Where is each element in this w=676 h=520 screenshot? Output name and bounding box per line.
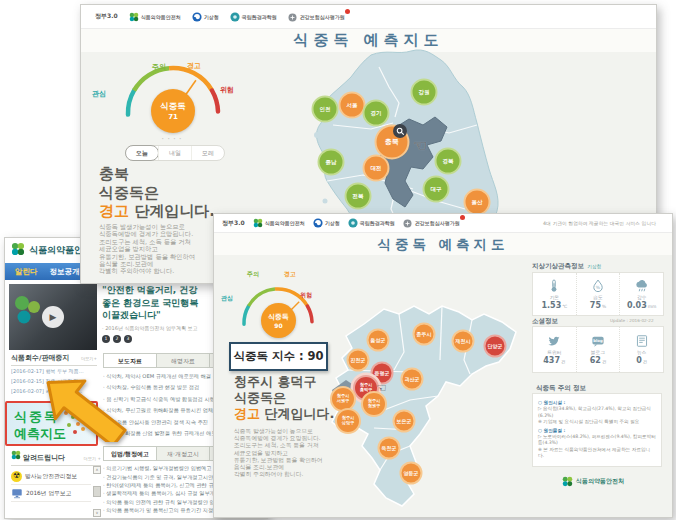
svg-text:blog: blog: [593, 338, 603, 343]
index-callout-box: 식중독 지수 : 90: [229, 342, 328, 371]
stat-twitter[interactable]: 트위터437건: [533, 327, 576, 372]
region-marker[interactable]: 제천시: [452, 330, 475, 353]
footer-brand: 식품의약품안전처: [562, 476, 624, 487]
gauge-value: 71: [168, 113, 178, 121]
mfds-logo: [562, 476, 573, 487]
scroll-down-icon[interactable]: ∨: [93, 509, 101, 517]
clover-icon: [11, 450, 21, 460]
stat-value: 62건: [590, 356, 607, 365]
stat-label: 강수: [637, 294, 647, 300]
video-thumbnail[interactable]: ▶: [9, 284, 97, 350]
region-marker[interactable]: 경기: [363, 100, 390, 127]
region-marker[interactable]: 영동군: [400, 462, 423, 485]
mfds-symbol-graphic: [13, 294, 43, 328]
footer-brand-label: 식품의약품안전처: [576, 477, 624, 486]
social-box: 트위터437건blog블로그62건뉴스0건: [532, 326, 664, 373]
stat-label: 뉴스: [637, 349, 647, 355]
notice-list-item[interactable]: 2016년 업무보고: [11, 485, 91, 502]
legis-tab-2[interactable]: 재·개정고시: [157, 446, 210, 461]
recall-more-link[interactable]: 더보기+: [81, 356, 97, 361]
region-marker[interactable]: 단양군: [484, 335, 507, 358]
press-tab-2[interactable]: 해명자료: [157, 353, 210, 368]
magnifier-icon: [396, 127, 405, 136]
stat-unit: 건: [602, 359, 606, 364]
region-marker[interactable]: 음성군: [367, 329, 390, 352]
stat-unit: 건: [643, 359, 647, 364]
region-marker[interactable]: 강원: [411, 79, 438, 106]
pager-dot[interactable]: 3: [124, 335, 132, 343]
gauge-value-bubble: 식중독 90: [261, 303, 296, 338]
region-marker[interactable]: 보은군: [393, 410, 416, 433]
notice-item-label: 방사능안전관리정보: [25, 472, 77, 481]
recall-title: 식품회수/판매중지: [11, 353, 70, 363]
region-marker[interactable]: 대전: [363, 155, 390, 182]
region-marker[interactable]: 옥천군: [378, 437, 401, 460]
region-marker[interactable]: 대구: [423, 176, 450, 203]
news-icon: [635, 334, 649, 348]
region-marker[interactable]: 충주시: [413, 323, 436, 346]
nav-item-1[interactable]: 알린다: [15, 267, 38, 277]
stat-rain[interactable]: 강수0.03mm: [619, 273, 663, 315]
stat-value: 1.53℃: [541, 301, 567, 310]
stat-unit: 건: [561, 359, 565, 364]
mfds-logo[interactable]: [11, 241, 25, 260]
stat-label: 기온: [550, 294, 560, 300]
press-tab-1[interactable]: 보도자료: [103, 353, 157, 368]
pager-dot[interactable]: 2: [113, 335, 121, 343]
notice-item-label: 2016년 업무보고: [26, 489, 72, 498]
caution-line: ※ 본 자료는 식품의약품안전처에서 제공하는 자료입니다.: [538, 447, 656, 460]
gauge-value-bubble: 식중독 71: [151, 89, 195, 133]
region-marker[interactable]: 울산: [464, 189, 491, 216]
weather-section-title: 지상기상관측정보기상청: [532, 262, 601, 271]
stat-value: 0건: [636, 356, 647, 365]
caution-line: ※ 기업체 및 요식시설 집단급식 특별히 주의 필요: [538, 419, 656, 425]
stat-value: 437건: [543, 356, 565, 365]
region-marker[interactable]: 전북: [345, 183, 372, 210]
gauge-center-label: 식중독: [160, 101, 186, 113]
stat-news[interactable]: 뉴스0건: [619, 327, 663, 372]
region-marker[interactable]: 진천군: [347, 349, 370, 372]
legis-tab-1[interactable]: 입법/행정예고: [103, 446, 157, 461]
scrollbar[interactable]: ∧ ∨: [93, 466, 101, 517]
stat-humidity[interactable]: %습도75%: [576, 273, 620, 315]
highlight-arrow: [38, 370, 138, 442]
play-icon[interactable]: ▶: [42, 306, 64, 328]
gauge-value: 90: [274, 322, 282, 329]
region-marker[interactable]: 서울: [339, 92, 366, 119]
notice-title: 알려드립니다: [23, 453, 65, 463]
region-marker[interactable]: 충남: [318, 149, 345, 176]
humidity-icon: %: [591, 279, 605, 293]
stat-label: 블로그: [591, 349, 605, 355]
scroll-up-icon[interactable]: ∧: [93, 466, 101, 474]
social-update-label: Update : 2016-02-22: [610, 318, 654, 323]
caution-line: ▷ 음식점(34.8%), 학교급식(27.4%), 학교외 집단급식(6.2%…: [538, 406, 656, 419]
social-section-title: 소셜정보: [532, 317, 558, 326]
svg-text:%: %: [596, 285, 601, 290]
notice-section: 알려드립니다 더보기 + ☢방사능안전관리정보2016년 업무보고 ∧ ∨: [11, 450, 101, 502]
region-marker[interactable]: 경북: [435, 148, 462, 175]
hand-cursor-icon: ☜: [413, 136, 427, 155]
hand-cursor-icon: ☜: [376, 381, 387, 395]
notice-list-item[interactable]: ☢방사능안전관리정보: [11, 468, 91, 485]
region-marker[interactable]: 청주시상당구: [335, 408, 361, 434]
report-icon: [11, 487, 23, 499]
thermometer-icon: [547, 279, 561, 293]
notice-list: ☢방사능안전관리정보2016년 업무보고: [11, 468, 91, 502]
stat-blog[interactable]: blog블로그62건: [576, 327, 620, 372]
stat-unit: mm: [648, 304, 657, 309]
rain-icon: [635, 279, 649, 293]
map-zoom-button[interactable]: [393, 124, 407, 138]
radiation-icon: ☢: [11, 471, 22, 482]
weather-source-tag: 기상청: [587, 264, 601, 269]
stat-thermometer[interactable]: 기온1.53℃: [533, 273, 576, 315]
scrollbar-thumb[interactable]: [93, 486, 101, 497]
notice-more-link[interactable]: 더보기 +: [84, 456, 101, 461]
stat-value: 0.03mm: [627, 301, 656, 310]
stat-unit: %: [602, 304, 606, 309]
region-marker[interactable]: 인천: [312, 96, 339, 123]
stat-label: 트위터: [547, 349, 561, 355]
pager-dot[interactable]: 1: [102, 335, 110, 343]
caution-section-title: 식중독 주의 정보: [536, 384, 586, 393]
region-marker[interactable]: 괴산군: [401, 368, 424, 391]
twitter-icon: [547, 334, 561, 348]
